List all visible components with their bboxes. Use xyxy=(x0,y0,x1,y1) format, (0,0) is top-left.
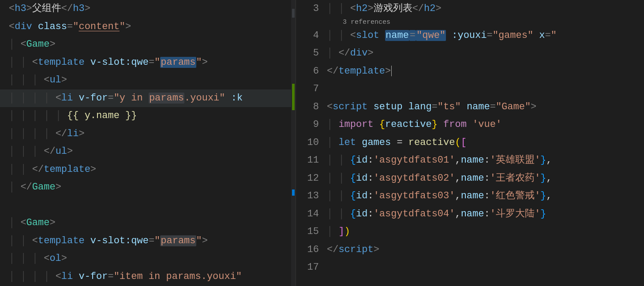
code-line[interactable]: <h3>父组件</h3> xyxy=(0,0,296,18)
code-token: < xyxy=(32,235,38,246)
code-line[interactable]: 3│ │ <h2>游戏列表</h2> xyxy=(296,0,644,18)
code-line[interactable]: 17 xyxy=(296,259,644,277)
code-token: [ xyxy=(461,137,467,148)
code-token xyxy=(467,119,472,130)
code-token: { xyxy=(350,190,356,201)
code-token: name xyxy=(461,173,484,184)
code-line[interactable]: 8<script setup lang="ts" name="Game"> xyxy=(296,98,644,116)
code-token: = xyxy=(108,93,113,104)
code-line[interactable]: 10│ let games = reactive([ xyxy=(296,134,644,152)
code-token: id xyxy=(356,208,367,219)
code-token: " xyxy=(196,57,202,68)
code-token: lang xyxy=(408,101,432,112)
code-token: , xyxy=(546,155,552,166)
line-number: 12 xyxy=(296,170,327,188)
code-token: } xyxy=(432,119,438,130)
code-line[interactable]: │ │ <template v-slot:qwe="params"> xyxy=(0,54,296,72)
code-token: slot xyxy=(356,30,379,41)
code-line[interactable]: │ │ │ <ul> xyxy=(0,71,296,89)
code-token: 游戏列表 xyxy=(374,3,412,14)
code-line[interactable]: │ │ </template> xyxy=(0,161,296,179)
code-token: { xyxy=(350,208,356,219)
code-token: ul xyxy=(56,146,67,157)
code-token: = xyxy=(391,137,408,148)
code-token: ul xyxy=(49,74,61,85)
right-editor-pane[interactable]: 3│ │ <h2>游戏列表</h2> 3 references4│ │ <slo… xyxy=(296,0,644,286)
code-line[interactable]: │ │ │ </ul> xyxy=(0,143,296,161)
code-line[interactable]: 6</template> xyxy=(296,63,644,81)
code-line[interactable]: │ │ │ <ol> xyxy=(0,250,296,268)
code-token: : xyxy=(367,190,373,201)
code-line[interactable]: │ │ │ │ </li> xyxy=(0,125,296,143)
line-number: 6 xyxy=(296,63,327,81)
code-token: , xyxy=(546,190,552,201)
line-number: 8 xyxy=(296,98,327,116)
code-token: name xyxy=(461,208,484,219)
code-token: < xyxy=(56,271,61,282)
code-token: > xyxy=(367,48,373,59)
left-code-area[interactable]: <h3>父组件</h3><div class="content">│ <Game… xyxy=(0,0,296,286)
code-token: "qwe" xyxy=(416,30,446,41)
code-token: "games" xyxy=(493,30,533,41)
code-token: name xyxy=(461,155,484,166)
code-line[interactable]: <div class="content"> xyxy=(0,18,296,36)
code-line[interactable]: 7 xyxy=(296,80,644,98)
code-token: = xyxy=(487,30,492,41)
code-token: > xyxy=(531,101,536,112)
code-line[interactable]: │ </Game> xyxy=(0,178,296,197)
code-line[interactable]: │ <Game> xyxy=(0,36,296,54)
code-token: } xyxy=(540,155,546,166)
code-token: } xyxy=(540,190,546,201)
code-token: content xyxy=(79,21,119,32)
code-token xyxy=(461,101,467,112)
code-token: ( xyxy=(455,137,461,148)
code-token: < xyxy=(9,3,15,14)
line-number: 14 xyxy=(296,205,327,223)
code-token: < xyxy=(32,57,38,68)
code-token xyxy=(225,93,231,104)
code-token: {{ xyxy=(67,110,85,121)
code-token: script xyxy=(333,101,367,112)
left-editor-pane[interactable]: <h3>父组件</h3><div class="content">│ <Game… xyxy=(0,0,296,286)
code-token: name xyxy=(461,190,484,201)
code-line[interactable]: 12│ │ {id:'asgytdfats02',name:'王者农药'}, xyxy=(296,170,644,188)
line-number: 4 xyxy=(296,27,327,45)
codelens[interactable]: 3 references xyxy=(296,18,644,27)
code-token xyxy=(403,101,408,112)
code-line[interactable]: 5│ </div> xyxy=(296,45,644,63)
code-line[interactable]: 15│ ]) xyxy=(296,223,644,241)
code-token: x xyxy=(539,30,545,41)
code-token: </ xyxy=(20,182,32,193)
code-token: setup xyxy=(374,101,403,112)
code-line[interactable]: 13│ │ {id:'asgytdfats03',name:'红色警戒'}, xyxy=(296,187,644,205)
code-token: "Game" xyxy=(496,101,531,112)
line-number: 15 xyxy=(296,223,327,241)
code-token: :k xyxy=(231,93,243,104)
code-token: " xyxy=(219,93,225,104)
code-line[interactable]: │ │ │ │ <li v-for="y in params.youxi" :k xyxy=(0,89,296,108)
code-line[interactable]: 9│ import {reactive} from 'vue' xyxy=(296,116,644,134)
code-token: template xyxy=(338,66,385,77)
code-token: y.name xyxy=(85,110,120,121)
code-token: </ xyxy=(56,128,67,139)
code-token: > xyxy=(374,244,379,255)
code-line[interactable]: │ │ │ │ │ {{ y.name }} xyxy=(0,107,296,125)
code-line[interactable]: │ <Game> xyxy=(0,214,296,232)
code-token: </ xyxy=(412,3,424,14)
code-line[interactable]: 11│ │ {id:'asgytdfats01',name:'英雄联盟'}, xyxy=(296,152,644,170)
code-token: < xyxy=(44,253,49,264)
code-line[interactable]: 16</script> xyxy=(296,241,644,259)
code-line[interactable]: 4│ │ <slot name="qwe" :youxi="games" x=" xyxy=(296,27,644,45)
code-token: < xyxy=(9,21,15,32)
code-token: params xyxy=(149,93,184,104)
code-token xyxy=(85,57,90,68)
code-line[interactable]: │ │ <template v-slot:qwe="params"> xyxy=(0,232,296,250)
code-token: :youxi xyxy=(452,30,487,41)
right-code-area[interactable]: 3│ │ <h2>游戏列表</h2> 3 references4│ │ <slo… xyxy=(296,0,644,286)
left-minimap[interactable] xyxy=(291,0,296,286)
code-line[interactable]: 14│ │ {id:'asgytdfats04',name:'斗罗大陆'} xyxy=(296,205,644,223)
code-token: } xyxy=(540,208,546,219)
code-line[interactable]: │ │ │ │ <li v-for="item in params.youxi" xyxy=(0,268,296,286)
code-line[interactable] xyxy=(0,197,296,215)
code-token: </ xyxy=(327,244,338,255)
